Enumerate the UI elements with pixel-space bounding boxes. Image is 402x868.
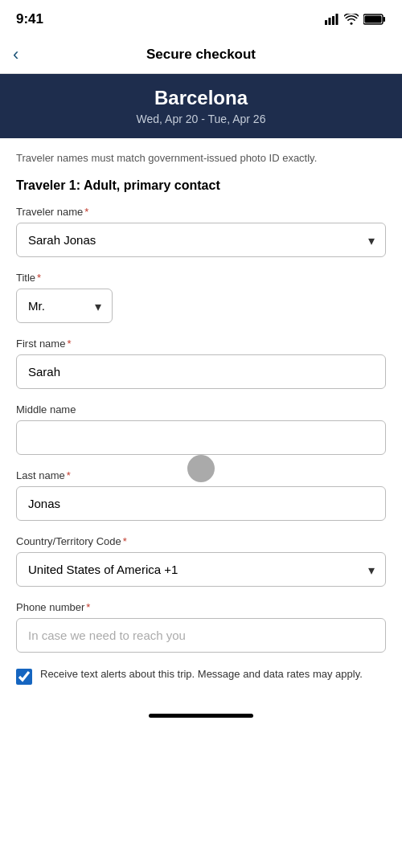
wifi-icon bbox=[344, 14, 359, 25]
home-bar bbox=[149, 714, 253, 718]
back-button[interactable]: ‹ bbox=[13, 44, 18, 65]
title-field: Title* Mr. Mrs. Ms. Dr. ▾ bbox=[16, 272, 386, 323]
status-icons bbox=[325, 14, 386, 25]
svg-rect-3 bbox=[336, 14, 338, 25]
middle-name-label: Middle name bbox=[16, 403, 386, 416]
title-select[interactable]: Mr. Mrs. Ms. Dr. bbox=[16, 289, 113, 323]
svg-rect-0 bbox=[325, 20, 327, 25]
page-title: Secure checkout bbox=[146, 47, 256, 63]
banner-dates: Wed, Apr 20 - Tue, Apr 26 bbox=[16, 113, 386, 125]
phone-number-field: Phone number* bbox=[16, 601, 386, 653]
section-title: Traveler 1: Adult, primary contact bbox=[16, 178, 386, 193]
main-content: Traveler names must match government-iss… bbox=[0, 138, 402, 706]
middle-name-input[interactable] bbox=[16, 420, 386, 455]
nav-bar: ‹ Secure checkout bbox=[0, 35, 402, 74]
svg-rect-5 bbox=[384, 17, 386, 22]
traveler-name-label: Traveler name* bbox=[16, 206, 386, 218]
country-code-label: Country/Territory Code* bbox=[16, 535, 386, 547]
signal-icon bbox=[325, 14, 339, 25]
notice-text: Traveler names must match government-iss… bbox=[16, 151, 386, 166]
traveler-name-field: Traveler name* Sarah Jonas Other Travele… bbox=[16, 206, 386, 257]
first-name-field: First name* bbox=[16, 338, 386, 389]
traveler-name-select[interactable]: Sarah Jonas Other Traveler bbox=[16, 223, 386, 257]
status-time: 9:41 bbox=[16, 11, 43, 27]
middle-name-field: Middle name bbox=[16, 403, 386, 455]
traveler-name-dropdown-wrapper: Sarah Jonas Other Traveler ▾ bbox=[16, 223, 386, 257]
phone-number-label: Phone number* bbox=[16, 601, 386, 613]
country-code-field: Country/Territory Code* United States of… bbox=[16, 535, 386, 587]
text-alerts-checkbox[interactable] bbox=[16, 669, 32, 685]
country-code-select[interactable]: United States of America +1 United Kingd… bbox=[16, 552, 386, 587]
text-alerts-row: Receive text alerts about this trip. Mes… bbox=[16, 667, 386, 693]
header-banner: Barcelona Wed, Apr 20 - Tue, Apr 26 bbox=[0, 74, 402, 138]
last-name-input[interactable] bbox=[16, 486, 386, 521]
phone-number-input[interactable] bbox=[16, 618, 386, 653]
battery-icon bbox=[363, 14, 386, 25]
scroll-indicator bbox=[187, 455, 215, 482]
first-name-input[interactable] bbox=[16, 354, 386, 389]
first-name-label: First name* bbox=[16, 338, 386, 350]
svg-rect-1 bbox=[329, 18, 331, 25]
banner-city: Barcelona bbox=[16, 87, 386, 109]
text-alerts-label: Receive text alerts about this trip. Mes… bbox=[40, 667, 363, 682]
country-code-dropdown-wrapper: United States of America +1 United Kingd… bbox=[16, 552, 386, 587]
svg-rect-6 bbox=[365, 16, 382, 23]
title-dropdown-wrapper: Mr. Mrs. Ms. Dr. ▾ bbox=[16, 289, 113, 323]
svg-rect-2 bbox=[332, 16, 334, 25]
home-indicator bbox=[0, 706, 402, 723]
status-bar: 9:41 bbox=[0, 0, 402, 35]
title-label: Title* bbox=[16, 272, 386, 284]
